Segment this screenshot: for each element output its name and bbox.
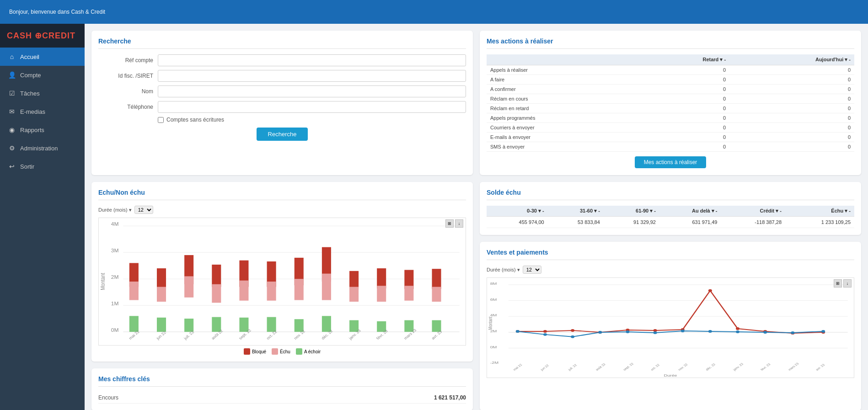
solde-title: Solde échu (487, 189, 854, 200)
solde-col-echu: Échu ▾ - (785, 206, 854, 217)
ventes-chart-icon-1[interactable]: ⊞ (834, 279, 842, 288)
svg-rect-33 (322, 274, 331, 300)
telephone-input[interactable] (158, 101, 466, 113)
ref-compte-input[interactable] (158, 54, 466, 66)
content-area: Recherche Réf compte Id fisc. /SIRET Nom… (85, 24, 868, 410)
telephone-label: Téléphone (98, 104, 153, 110)
svg-text:8M: 8M (490, 281, 497, 285)
ventes-chart-svg: 8M 6M 4M 2M 0M -2M Montant (487, 278, 854, 378)
actions-row: Appels programmés 0 0 (487, 113, 854, 123)
solde-card: Solde échu 0-30 ▾ - 31-60 ▾ - 61-90 ▾ - … (480, 182, 861, 235)
recherche-title: Recherche (98, 37, 466, 49)
echu-chart-icon-1[interactable]: ⊞ (445, 219, 454, 228)
id-fisc-input[interactable] (158, 70, 466, 82)
actions-row: SMS à envoyer 0 0 (487, 142, 854, 152)
solde-row: 455 974,00 53 833,84 91 329,92 631 971,4… (487, 217, 854, 228)
svg-rect-27 (267, 282, 276, 301)
ventes-duree-label: Durée (mois) ▾ (487, 267, 520, 273)
svg-point-80 (736, 327, 739, 330)
nom-input[interactable] (158, 85, 466, 97)
sidebar-item-sortir[interactable]: ↩ Sortir (0, 157, 85, 176)
ventes-chart-area: ⊞ ↓ 8M 6M 4M 2M 0M -2M (487, 277, 854, 378)
actions-row: E-mails à envoyer 0 0 (487, 133, 854, 142)
id-fisc-label: Id fisc. /SIRET (98, 73, 153, 79)
telephone-row: Téléphone (98, 101, 466, 113)
actions-row-retard: 0 (640, 65, 729, 75)
sidebar-item-rapports[interactable]: ◉ Rapports (0, 121, 85, 139)
solde-val-6190: 91 329,92 (604, 217, 659, 228)
ref-compte-row: Réf compte (98, 54, 466, 66)
solde-val-030: 455 974,00 (487, 217, 548, 228)
actions-row-retard: 0 (640, 113, 729, 123)
recherche-button[interactable]: Recherche (257, 128, 308, 141)
sidebar-item-compte[interactable]: 👤 Compte (0, 66, 85, 84)
sidebar-item-taches[interactable]: ☑ Tâches (0, 84, 85, 102)
main-layout: CASH ⊕CREDIT ⌂ Accueil 👤 Compte ☑ Tâches… (0, 24, 868, 410)
solde-col-030: 0-30 ▾ - (487, 206, 548, 217)
svg-text:-2M: -2M (490, 361, 499, 365)
sidebar-item-emedias[interactable]: ✉ E-medias (0, 102, 85, 121)
svg-text:0M: 0M (490, 345, 497, 349)
echu-controls: Durée (mois) ▾ 12 6 3 (98, 206, 466, 214)
ventes-chart-icon-2[interactable]: ↓ (843, 279, 852, 288)
svg-text:juil. 22: juil. 22 (567, 363, 578, 372)
page-title: Bonjour, bienvenue dans Cash & Credit (9, 9, 105, 15)
echu-chart-svg: 4M 3M 2M 1M 0M Montant (99, 218, 466, 345)
actions-row-aujourdhui: 0 (729, 65, 854, 75)
actions-row-label: Réclam en cours (487, 94, 640, 104)
nom-label: Nom (98, 88, 153, 95)
svg-rect-24 (239, 281, 248, 301)
svg-point-94 (791, 331, 794, 334)
svg-rect-14 (157, 268, 166, 289)
svg-rect-21 (212, 284, 221, 303)
svg-point-73 (543, 330, 547, 333)
exit-icon: ↩ (8, 163, 16, 170)
actions-row-label: Appels programmés (487, 113, 640, 123)
actions-row-aujourdhui: 0 (729, 142, 854, 152)
ventes-duree-select[interactable]: 12 6 3 (523, 266, 541, 274)
actions-row: A confirmer 0 0 (487, 85, 854, 94)
svg-text:Montant: Montant (100, 272, 106, 290)
svg-rect-19 (184, 319, 193, 332)
svg-rect-20 (212, 265, 221, 287)
svg-point-92 (736, 330, 739, 333)
chiffres-title: Mes chiffres clés (98, 375, 466, 387)
echu-duree-label: Durée (mois) ▾ (98, 207, 132, 213)
svg-text:4M: 4M (111, 222, 119, 227)
actions-row-retard: 0 (640, 104, 729, 113)
id-fisc-row: Id fisc. /SIRET (98, 70, 466, 82)
legend-echu-label: Échu (280, 349, 290, 354)
svg-point-84 (516, 330, 520, 333)
svg-text:août 22: août 22 (595, 363, 606, 371)
svg-text:jun 22: jun 22 (540, 364, 550, 372)
legend-achoir-label: A échoir (304, 349, 321, 354)
actions-row-label: Courriers à envoyer (487, 123, 640, 133)
actions-tbody: Appels à réaliser 0 0 A faire 0 0 A conf… (487, 65, 854, 152)
svg-rect-18 (184, 276, 193, 297)
svg-text:mars 23: mars 23 (788, 362, 799, 371)
gear-icon: ⚙ (8, 144, 16, 152)
encours-label: Encours (98, 394, 118, 401)
sidebar-item-administration[interactable]: ⚙ Administration (0, 139, 85, 157)
right-col: Solde échu 0-30 ▾ - 31-60 ▾ - 61-90 ▾ - … (480, 182, 861, 410)
actions-row: Courriers à envoyer 0 0 (487, 123, 854, 133)
echu-duree-select[interactable]: 12 6 3 (134, 206, 153, 214)
actions-row-label: E-mails à envoyer (487, 133, 640, 142)
sans-ecritures-checkbox[interactable] (158, 117, 164, 123)
svg-point-86 (571, 335, 574, 338)
svg-rect-30 (295, 279, 304, 300)
encours-value: 1 621 517,00 (434, 394, 466, 401)
actions-row: A faire 0 0 (487, 75, 854, 85)
svg-text:2M: 2M (111, 275, 119, 280)
nom-row: Nom (98, 85, 466, 97)
svg-point-89 (654, 331, 657, 334)
checkbox-row: Comptes sans écritures (158, 117, 466, 123)
legend-achoir-dot (296, 348, 302, 355)
solde-val-3160: 53 833,84 (548, 217, 604, 228)
solde-col-3160: 31-60 ▾ - (548, 206, 604, 217)
svg-point-85 (543, 333, 547, 336)
chart-icon: ◉ (8, 126, 16, 133)
echu-chart-icon-2[interactable]: ↓ (455, 219, 463, 228)
actions-button[interactable]: Mes actions à réaliser (635, 156, 707, 168)
sidebar-item-accueil[interactable]: ⌂ Accueil (0, 48, 85, 66)
